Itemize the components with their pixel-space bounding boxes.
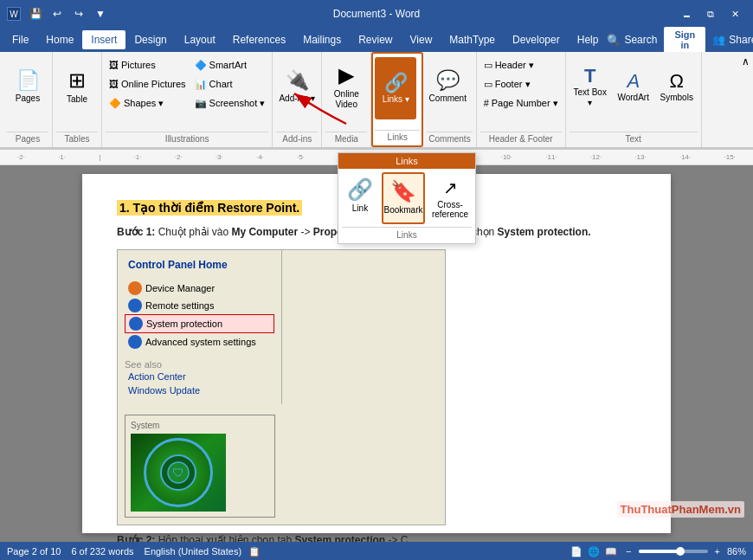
zoom-minus[interactable]: −	[626, 546, 631, 557]
menu-references[interactable]: References	[224, 30, 294, 49]
ribbon-group-header-footer: ▭ Header ▾ ▭ Footer ▾ # Page Number ▾ He…	[477, 52, 566, 147]
pages-group-label: Pages	[7, 132, 48, 145]
redo-quick-btn[interactable]: ↪	[69, 4, 88, 23]
pages-content: 📄 Pages	[7, 54, 48, 132]
chart-button[interactable]: 📊 Chart	[191, 74, 269, 93]
link-dropdown-item[interactable]: 🔗 Link	[342, 172, 378, 224]
header-button[interactable]: ▭ Header ▾	[480, 55, 562, 74]
cp-title: Control Panel Home	[125, 257, 274, 273]
shapes-icon: 🔶	[109, 98, 121, 109]
control-panel-screenshot: Control Panel Home Device Manager Remote…	[117, 249, 446, 525]
sign-in-button[interactable]: Sign in	[664, 27, 705, 53]
smartart-button[interactable]: 🔷 SmartArt	[191, 55, 269, 74]
ribbon: 📄 Pages Pages ⊞ Table Tables 🖼	[0, 52, 753, 150]
cp-icon-1	[128, 281, 142, 295]
zoom-slider[interactable]	[639, 550, 708, 553]
bookmark-dropdown-item[interactable]: 🔖 Bookmark	[382, 172, 425, 224]
wordart-button[interactable]: A WordArt	[613, 55, 654, 118]
illustrations-col2: 🔷 SmartArt 📊 Chart 📷 Screenshot ▾	[191, 55, 269, 113]
cp-advanced-settings-label: Advanced system settings	[145, 337, 256, 347]
menu-design[interactable]: Design	[126, 30, 175, 49]
footer-button[interactable]: ▭ Footer ▾	[480, 74, 562, 93]
pictures-label: Pictures	[121, 60, 156, 70]
print-view-btn[interactable]: 📄	[569, 544, 584, 558]
links-label: Links ▾	[383, 94, 409, 105]
comments-group-label: Comments	[427, 132, 472, 145]
step2-label: Bước 2:	[117, 534, 155, 542]
comment-button[interactable]: 💬 Comment	[427, 55, 468, 118]
search-area[interactable]: 🔍 Search	[607, 34, 657, 47]
step2-text2: -> C	[388, 534, 408, 542]
web-view-btn[interactable]: 🌐	[586, 544, 602, 558]
undo-quick-btn[interactable]: ↩	[48, 4, 67, 23]
shapes-label: Shapes ▾	[124, 98, 164, 109]
menu-mathtype[interactable]: MathType	[441, 30, 504, 49]
cp-system-protection[interactable]: System protection	[125, 314, 274, 333]
minimize-btn[interactable]: 🗕	[675, 5, 698, 23]
pages-icon: 📄	[16, 69, 40, 92]
header-label: Header ▾	[495, 60, 534, 71]
links-dropdown-footer: Links	[342, 227, 472, 240]
page-indicator: Page 2 of 10	[7, 546, 61, 557]
menu-home[interactable]: Home	[37, 30, 82, 49]
menu-insert[interactable]: Insert	[82, 30, 126, 49]
cp-remote-settings[interactable]: Remote settings	[125, 297, 274, 314]
search-icon: 🔍	[607, 34, 621, 47]
link-item-icon: 🔗	[347, 177, 373, 202]
screenshot-icon: 📷	[195, 98, 207, 109]
pictures-button[interactable]: 🖼 Pictures	[106, 55, 190, 74]
table-label: Table	[67, 94, 87, 105]
menu-mailings[interactable]: Mailings	[294, 30, 350, 49]
customize-quick-btn[interactable]: ▼	[91, 4, 110, 23]
text-box-icon: T	[584, 65, 595, 87]
close-btn[interactable]: ✕	[724, 5, 746, 23]
menu-view[interactable]: View	[402, 30, 441, 49]
menu-layout[interactable]: Layout	[176, 30, 224, 49]
pages-button[interactable]: 📄 Pages	[7, 55, 48, 118]
search-label: Search	[624, 34, 657, 46]
table-button[interactable]: ⊞ Table	[56, 55, 98, 118]
page-number-icon: #	[484, 98, 489, 108]
cp-action-center[interactable]: Action Center	[125, 370, 274, 383]
addins-group-label: Add-ins	[276, 132, 318, 145]
addins-button[interactable]: 🔌 Add-ins ▾	[276, 55, 318, 118]
header-icon: ▭	[484, 60, 492, 71]
cp-device-manager[interactable]: Device Manager	[125, 280, 274, 297]
text-box-button[interactable]: T Text Box ▾	[570, 55, 611, 118]
footer-label: Footer ▾	[495, 79, 531, 90]
zoom-plus[interactable]: +	[715, 546, 720, 557]
menu-review[interactable]: Review	[350, 30, 401, 49]
document-heading: 1. Tạo thời điểm Restore Point.	[117, 200, 302, 216]
online-pictures-button[interactable]: 🖼 Online Pictures	[106, 74, 190, 93]
links-button[interactable]: 🔗 Links ▾	[375, 57, 416, 119]
share-button[interactable]: 👥 Share	[712, 34, 753, 46]
shapes-button[interactable]: 🔶 Shapes ▾	[106, 93, 190, 113]
online-video-button[interactable]: ▶ Online Video	[325, 55, 367, 118]
zoom-fill	[639, 550, 680, 553]
menu-help[interactable]: Help	[569, 30, 608, 49]
online-video-label: Online Video	[327, 89, 365, 110]
save-quick-btn[interactable]: 💾	[26, 4, 45, 23]
menu-developer[interactable]: Developer	[504, 30, 569, 49]
zoom-level: 86%	[727, 546, 746, 557]
pictures-icon: 🖼	[109, 60, 119, 70]
cross-reference-dropdown-item[interactable]: ↗ Cross-reference	[428, 172, 472, 224]
cp-advanced-settings[interactable]: Advanced system settings	[125, 333, 274, 351]
screenshot-button[interactable]: 📷 Screenshot ▾	[191, 93, 269, 113]
header-footer-content: ▭ Header ▾ ▭ Footer ▾ # Page Number ▾	[480, 54, 562, 132]
cp-icon-2	[128, 299, 142, 312]
chart-icon: 📊	[195, 79, 207, 90]
menu-file[interactable]: File	[3, 30, 37, 49]
ribbon-collapse-btn[interactable]: ∧	[742, 55, 750, 68]
cp-windows-update[interactable]: Windows Update	[125, 383, 274, 397]
symbols-button[interactable]: Ω Symbols	[656, 55, 698, 118]
page-number-button[interactable]: # Page Number ▾	[480, 93, 562, 113]
maximize-btn[interactable]: ⧉	[699, 5, 722, 23]
zoom-thumb[interactable]	[676, 547, 685, 556]
word-app-icon: W	[7, 7, 21, 21]
media-group-label: Media	[325, 132, 367, 145]
tables-group-label: Tables	[56, 132, 98, 145]
read-view-btn[interactable]: 📖	[603, 544, 619, 558]
step1-bold1: My Computer	[231, 226, 298, 238]
illustrations-col1: 🖼 Pictures 🖼 Online Pictures 🔶 Shapes ▾	[106, 55, 190, 113]
